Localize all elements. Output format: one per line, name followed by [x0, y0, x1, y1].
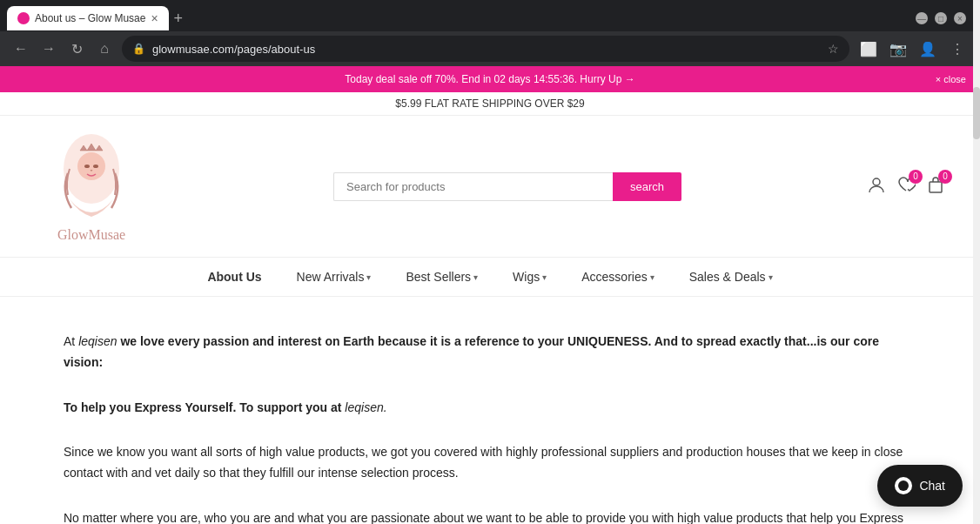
forward-button[interactable]: →: [38, 38, 59, 59]
home-button[interactable]: ⌂: [94, 38, 115, 59]
tab-favicon: [17, 12, 30, 24]
para1-prefix: At: [64, 334, 78, 348]
toolbar-icons: ⬜ 📷 👤 ⋮: [856, 37, 970, 61]
nav-item-about-us[interactable]: About Us: [207, 270, 261, 284]
chevron-down-icon: ▾: [650, 272, 654, 282]
wishlist-icon[interactable]: 0: [896, 175, 916, 198]
address-bar-row: ← → ↻ ⌂ 🔒 glowmusae.com/pages/about-us ☆…: [0, 31, 980, 66]
nav-label-wigs: Wigs: [513, 270, 540, 284]
promo-banner: Today deal sale off 70%. End in 02 days …: [0, 66, 980, 92]
shipping-text: $5.99 FLAT RATE SHIPPING OVER $29: [395, 97, 584, 110]
nav-item-best-sellers[interactable]: Best Sellers ▾: [406, 270, 478, 284]
logo-svg: [52, 130, 131, 225]
url-display: glowmusae.com/pages/about-us: [152, 43, 821, 56]
window-controls: — □ ×: [916, 12, 973, 24]
cart-badge: 0: [938, 170, 952, 184]
para1-brand: leqisen: [78, 334, 117, 348]
scroll-thumb[interactable]: [973, 87, 980, 139]
about-para-1: At leqisen we love every passion and int…: [64, 332, 916, 373]
account-icon-header[interactable]: [867, 175, 886, 198]
navigation: About Us New Arrivals ▾ Best Sellers ▾ W…: [0, 257, 980, 297]
main-content: At leqisen we love every passion and int…: [11, 297, 969, 524]
promo-close-button[interactable]: × close: [936, 74, 966, 84]
chat-icon: [895, 477, 912, 494]
minimize-button[interactable]: —: [916, 12, 928, 24]
user-icon: [867, 175, 886, 194]
chevron-down-icon: ▾: [366, 272, 371, 282]
chevron-down-icon: ▾: [769, 272, 773, 282]
svg-point-4: [93, 165, 98, 168]
reload-button[interactable]: ↻: [66, 38, 87, 59]
address-bar[interactable]: 🔒 glowmusae.com/pages/about-us ☆: [122, 36, 849, 62]
scrollbar[interactable]: [973, 0, 980, 524]
shipping-banner: $5.99 FLAT RATE SHIPPING OVER $29: [0, 92, 980, 116]
svg-rect-6: [930, 182, 942, 192]
nav-label-about-us: About Us: [207, 270, 261, 284]
search-form: search: [333, 172, 681, 201]
active-tab[interactable]: About us – Glow Musae ×: [7, 6, 169, 30]
search-area: search: [148, 172, 867, 201]
nav-label-new-arrivals: New Arrivals: [297, 270, 365, 284]
tab-title: About us – Glow Musae: [35, 12, 145, 24]
page: Today deal sale off 70%. End in 02 days …: [0, 66, 980, 524]
chevron-down-icon: ▾: [542, 272, 547, 282]
chat-label: Chat: [919, 479, 945, 493]
search-input[interactable]: [333, 172, 613, 201]
nav-label-sales-deals: Sales & Deals: [689, 270, 766, 284]
chevron-down-icon: ▾: [473, 272, 478, 282]
screenshot-icon[interactable]: 📷: [886, 37, 910, 61]
header-icons: 0 0: [867, 175, 945, 198]
chat-icon-inner: [898, 480, 909, 491]
nav-item-new-arrivals[interactable]: New Arrivals ▾: [297, 270, 372, 284]
logo-area[interactable]: GlowMusae: [35, 130, 148, 243]
bookmark-star-icon[interactable]: ☆: [828, 42, 839, 56]
nav-label-accessories: Accessories: [581, 270, 647, 284]
about-para-4: No matter where you are, who you are and…: [64, 508, 916, 524]
tab-close-btn[interactable]: ×: [151, 11, 158, 25]
about-para-3: Since we know you want all sorts of high…: [64, 442, 916, 484]
svg-point-5: [873, 178, 880, 185]
para2-prefix: To help you Express Yourself. To support…: [64, 400, 345, 414]
para2-brand: leqisen.: [345, 400, 386, 414]
chat-bubble[interactable]: Chat: [877, 465, 963, 507]
logo-text[interactable]: GlowMusae: [57, 227, 125, 243]
maximize-button[interactable]: □: [935, 12, 947, 24]
extensions-icon[interactable]: ⬜: [856, 37, 881, 61]
promo-text: Today deal sale off 70%. End in 02 days …: [345, 73, 634, 85]
nav-item-wigs[interactable]: Wigs ▾: [513, 270, 547, 284]
security-lock-icon: 🔒: [132, 43, 145, 55]
svg-point-3: [84, 165, 90, 168]
cart-icon[interactable]: 0: [926, 175, 945, 198]
nav-label-best-sellers: Best Sellers: [406, 270, 471, 284]
nav-item-accessories[interactable]: Accessories ▾: [581, 270, 654, 284]
account-icon[interactable]: 👤: [916, 37, 940, 61]
header: GlowMusae search 0: [0, 116, 980, 257]
new-tab-button[interactable]: +: [174, 10, 184, 26]
nav-item-sales-deals[interactable]: Sales & Deals ▾: [689, 270, 773, 284]
about-para-2: To help you Express Yourself. To support…: [64, 398, 916, 419]
para1-text: we love every passion and interest on Ea…: [64, 334, 879, 369]
menu-icon[interactable]: ⋮: [945, 37, 970, 61]
tab-bar: About us – Glow Musae × + — □ ×: [0, 0, 980, 31]
close-window-button[interactable]: ×: [954, 12, 966, 24]
search-button[interactable]: search: [613, 172, 681, 201]
wishlist-badge: 0: [909, 170, 923, 184]
browser-chrome: About us – Glow Musae × + — □ × ← → ↻ ⌂ …: [0, 0, 980, 66]
back-button[interactable]: ←: [10, 38, 31, 59]
